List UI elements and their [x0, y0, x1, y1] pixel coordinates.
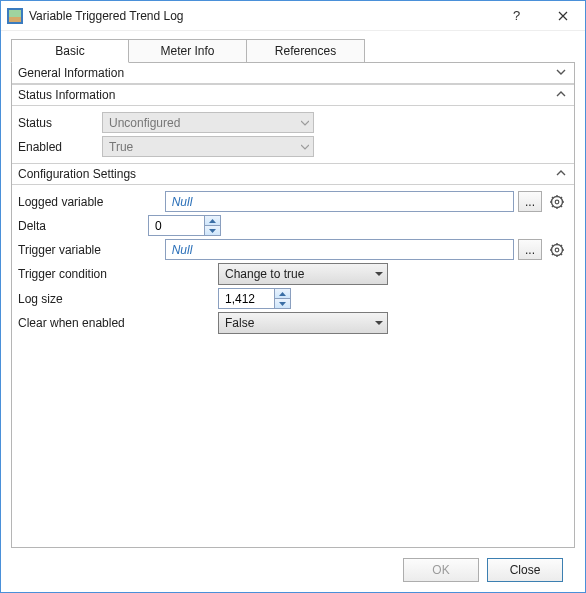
status-field: Unconfigured — [102, 112, 314, 133]
logged-variable-value: Null — [172, 195, 193, 209]
clear-when-enabled-label: Clear when enabled — [18, 316, 218, 330]
logged-variable-browse-button[interactable]: ... — [518, 191, 542, 212]
log-size-spin-up[interactable] — [275, 289, 290, 298]
dropdown-arrow-icon — [375, 316, 383, 330]
window-close-button[interactable] — [540, 1, 585, 31]
enabled-value: True — [109, 140, 133, 154]
svg-text:?: ? — [513, 9, 520, 23]
log-size-value: 1,412 — [225, 292, 255, 306]
ok-button[interactable]: OK — [403, 558, 479, 582]
svg-point-15 — [555, 248, 559, 252]
section-body-config: Logged variable Null ... Del — [12, 185, 574, 340]
log-size-spin-down[interactable] — [275, 298, 290, 308]
tab-meter-info[interactable]: Meter Info — [129, 39, 247, 63]
trigger-variable-settings-button[interactable] — [546, 239, 568, 260]
delta-spin-down[interactable] — [205, 225, 220, 235]
svg-line-12 — [552, 205, 553, 206]
logged-variable-label: Logged variable — [18, 195, 165, 209]
status-value: Unconfigured — [109, 116, 180, 130]
delta-spinner[interactable]: 0 — [148, 215, 221, 236]
enabled-label: Enabled — [18, 140, 102, 154]
ellipsis-icon: ... — [525, 243, 535, 257]
section-body-status: Status Unconfigured Enabled True — [12, 106, 574, 163]
log-size-label: Log size — [18, 292, 218, 306]
section-title-general: General Information — [18, 66, 124, 80]
section-header-general[interactable]: General Information — [12, 63, 574, 84]
close-button[interactable]: Close — [487, 558, 563, 582]
trigger-variable-value: Null — [172, 243, 193, 257]
trigger-variable-input[interactable]: Null — [165, 239, 514, 260]
dropdown-arrow-icon — [301, 116, 309, 130]
app-icon — [7, 8, 23, 24]
logged-variable-settings-button[interactable] — [546, 191, 568, 212]
trigger-condition-label: Trigger condition — [18, 267, 218, 281]
delta-spin-up[interactable] — [205, 216, 220, 225]
section-header-config[interactable]: Configuration Settings — [12, 163, 574, 185]
svg-line-10 — [552, 197, 553, 198]
chevron-up-icon — [554, 89, 568, 101]
ellipsis-icon: ... — [525, 195, 535, 209]
trigger-condition-select[interactable]: Change to true — [218, 263, 388, 285]
svg-rect-2 — [9, 17, 21, 22]
tab-strip: Basic Meter Info References — [11, 39, 575, 63]
log-size-spinner[interactable]: 1,412 — [218, 288, 291, 309]
svg-rect-1 — [9, 10, 21, 17]
enabled-field: True — [102, 136, 314, 157]
window-title: Variable Triggered Trend Log — [29, 9, 495, 23]
panel-empty-area — [12, 340, 574, 547]
svg-line-22 — [552, 253, 553, 254]
svg-line-20 — [552, 245, 553, 246]
dialog-window: Variable Triggered Trend Log ? Basic Met… — [0, 0, 586, 593]
dropdown-arrow-icon — [301, 140, 309, 154]
clear-when-enabled-select[interactable]: False — [218, 312, 388, 334]
gear-icon — [549, 194, 565, 210]
svg-line-21 — [561, 253, 562, 254]
section-title-config: Configuration Settings — [18, 167, 136, 181]
tab-references[interactable]: References — [247, 39, 365, 63]
section-header-status[interactable]: Status Information — [12, 84, 574, 106]
trigger-variable-label: Trigger variable — [18, 243, 165, 257]
svg-point-5 — [555, 200, 559, 204]
svg-line-23 — [561, 245, 562, 246]
status-label: Status — [18, 116, 102, 130]
clear-when-enabled-value: False — [225, 316, 254, 330]
titlebar: Variable Triggered Trend Log ? — [1, 1, 585, 31]
logged-variable-input[interactable]: Null — [165, 191, 514, 212]
delta-value: 0 — [155, 219, 162, 233]
chevron-down-icon — [554, 67, 568, 79]
gear-icon — [549, 242, 565, 258]
tab-basic[interactable]: Basic — [11, 39, 129, 63]
svg-line-11 — [561, 205, 562, 206]
svg-line-13 — [561, 197, 562, 198]
section-title-status: Status Information — [18, 88, 115, 102]
chevron-up-icon — [554, 168, 568, 180]
help-button[interactable]: ? — [495, 1, 540, 31]
dropdown-arrow-icon — [375, 267, 383, 281]
tab-panel: General Information Status Information S… — [11, 62, 575, 548]
trigger-condition-value: Change to true — [225, 267, 304, 281]
dialog-content: Basic Meter Info References General Info… — [1, 31, 585, 592]
trigger-variable-browse-button[interactable]: ... — [518, 239, 542, 260]
delta-label: Delta — [18, 219, 148, 233]
dialog-footer: OK Close — [11, 548, 575, 592]
